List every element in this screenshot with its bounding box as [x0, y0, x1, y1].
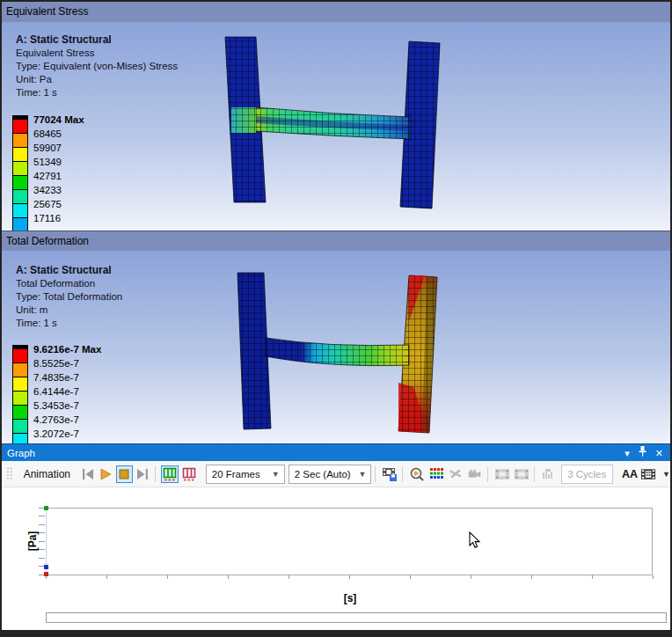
deformation-legend-box [12, 362, 28, 377]
deformation-legend-value: 4.2763e-7 [33, 413, 79, 427]
toolbar-separator [375, 466, 376, 482]
deformation-viewport[interactable]: A: Static Structural Total Deformation T… [2, 251, 670, 443]
stress-legend-value: 59907 [33, 141, 62, 155]
stress-legend-value: 68465 [33, 127, 62, 141]
y-tick [39, 532, 45, 533]
graph-panel-title: Graph [7, 444, 625, 462]
frames-dropdown[interactable]: 20 Frames ▼ [206, 465, 285, 484]
deformation-analysis-heading: A: Static Structural [16, 264, 122, 277]
toolbar-separator [155, 466, 156, 482]
stress-legend: 77024 Max 68465 59907 51349 42791 34233 … [12, 115, 84, 231]
video-camera-button-disabled[interactable] [466, 465, 484, 483]
deformation-legend-value: 3.2072e-7 [33, 427, 79, 441]
x-tick [167, 575, 168, 579]
animation-skip-to-end-button[interactable] [135, 465, 151, 483]
stress-legend-box [12, 217, 28, 231]
deformation-result-name: Total Deformation [16, 277, 122, 290]
animate-time-decay-button[interactable] [180, 465, 198, 483]
animation-timeline-scrubber[interactable] [46, 612, 667, 623]
deformation-legend-value: 6.4144e-7 [33, 384, 79, 399]
max-value-marker [44, 506, 48, 510]
stress-legend-box [12, 147, 28, 162]
stress-result-unit: Unit: Pa [16, 73, 178, 86]
filmstrip-option-two-button-disabled[interactable] [513, 465, 530, 483]
x-tick [592, 575, 593, 579]
antialiasing-toggle-button[interactable]: AA [622, 468, 638, 480]
zoom-preview-button[interactable] [408, 465, 426, 483]
panel-collapse-icon[interactable]: ▾ [625, 444, 630, 462]
duration-dropdown[interactable]: 2 Sec (Auto) ▼ [289, 465, 372, 484]
stress-legend-box [12, 161, 28, 176]
x-tick [410, 575, 411, 579]
deformation-legend-value: 5.3453e-7 [33, 399, 79, 413]
deformation-legend-box [12, 433, 28, 443]
deformation-legend-box [12, 419, 28, 434]
frames-dropdown-value: 20 Frames [212, 469, 260, 480]
duration-dropdown-arrow-icon: ▼ [358, 470, 366, 479]
animation-play-button[interactable] [98, 465, 114, 483]
stress-legend-box [12, 189, 28, 204]
animate-result-sets-button[interactable] [161, 465, 179, 483]
stress-result-time: Time: 1 s [16, 86, 178, 99]
ansys-mechanical-results-window: Equivalent Stress [0, 0, 672, 637]
animation-graph-chart[interactable]: [Pa] [s] [2, 487, 670, 630]
y-tick [39, 558, 45, 559]
deformation-legend-value: 7.4835e-7 [33, 370, 79, 384]
deformation-legend: 9.6216e-7 Max 8.5525e-7 7.4835e-7 6.4144… [12, 345, 101, 443]
filmstrip-option-one-button-disabled[interactable] [493, 465, 511, 483]
x-tick [531, 575, 532, 579]
stress-legend-box [12, 119, 28, 134]
animation-export-filmstrip-button[interactable] [639, 465, 657, 483]
x-tick [349, 575, 350, 579]
frames-dropdown-arrow-icon: ▼ [272, 470, 280, 479]
toolbar-grip-handle[interactable] [7, 466, 12, 482]
y-tick [39, 516, 45, 516]
y-tick [39, 549, 45, 550]
deformation-panel-titlebar[interactable]: Total Deformation [2, 231, 670, 251]
mouse-cursor [469, 531, 481, 549]
animation-toolbar: Animation 20 Frames ▼ 2 Sec (Auto) ▼ [2, 461, 670, 487]
animation-label: Animation [24, 468, 70, 480]
export-video-button[interactable] [381, 465, 398, 483]
deformation-legend-value: 8.5525e-7 [33, 356, 79, 370]
stress-legend-value: 17116 [33, 211, 61, 225]
probe-tool-button-disabled[interactable] [447, 465, 464, 483]
low-value-marker [44, 565, 48, 569]
deformation-legend-box [12, 405, 28, 420]
panel-pin-icon[interactable] [639, 444, 646, 462]
y-tick [39, 524, 45, 525]
panel-close-icon[interactable]: ✕ [655, 444, 663, 462]
animation-skip-to-start-button[interactable] [79, 465, 96, 483]
y-tick [39, 541, 45, 542]
stress-legend-value: 51349 [33, 155, 62, 169]
toolbar-overflow-icon[interactable]: ▼ [662, 470, 670, 479]
deformation-result-annotation: A: Static Structural Total Deformation T… [16, 264, 122, 330]
deformation-panel-title: Total Deformation [6, 235, 89, 247]
stress-legend-value: 77024 Max [33, 113, 84, 127]
deformation-result-type: Type: Total Deformation [16, 290, 122, 304]
x-tick [653, 575, 654, 579]
stress-result-annotation: A: Static Structural Equivalent Stress T… [16, 33, 178, 99]
deformation-legend-box [12, 348, 28, 363]
toolbar-separator [402, 466, 403, 482]
stress-result-type: Type: Equivalent (von-Mises) Stress [16, 60, 178, 73]
result-contours-button[interactable] [427, 465, 445, 483]
graph-panel-titlebar[interactable]: Graph ▾ ✕ [2, 443, 670, 461]
min-value-marker [44, 572, 48, 576]
animation-stop-button[interactable] [116, 465, 133, 483]
x-tick [228, 575, 229, 579]
plot-right-border [652, 508, 653, 575]
stress-viewport[interactable]: A: Static Structural Equivalent Stress T… [2, 22, 670, 231]
stress-panel-title: Equivalent Stress [6, 5, 88, 18]
x-axis-label: [s] [336, 592, 364, 604]
result-tracker-button-disabled[interactable] [540, 465, 558, 483]
stress-legend-value: 34233 [33, 183, 62, 197]
deformation-legend-box [12, 377, 28, 392]
toolbar-separator [534, 466, 535, 482]
cycles-input-disabled[interactable]: 3 Cycles [561, 465, 613, 484]
stress-panel-titlebar[interactable]: Equivalent Stress [2, 2, 670, 22]
toolbar-separator [487, 466, 488, 482]
stress-legend-box [12, 175, 28, 190]
stress-legend-box [12, 203, 28, 218]
duration-dropdown-value: 2 Sec (Auto) [295, 469, 351, 480]
